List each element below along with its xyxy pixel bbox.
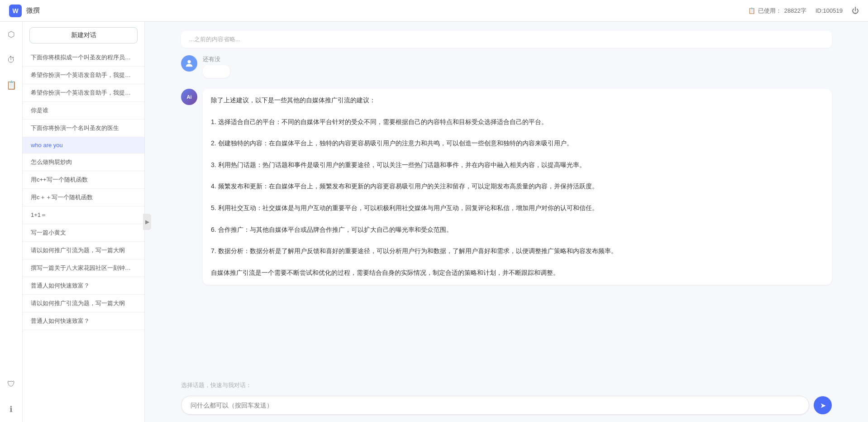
list-item[interactable]: 撰写一篇关于八大家花园社区一刻钟便民生... (23, 259, 144, 277)
user-id: ID:100519 (816, 7, 843, 14)
shield-icon[interactable]: 🛡 (3, 376, 19, 392)
new-conversation-button[interactable]: 新建对话 (29, 27, 138, 43)
clock-icon[interactable]: ⏱ (3, 52, 19, 68)
list-item[interactable]: 希望你扮演一个英语发音助手，我提供给你... (23, 84, 144, 102)
sidebar-toggle[interactable]: ▶ (143, 214, 151, 230)
usage-icon: 📋 (748, 7, 755, 14)
ai-message-bubble: 除了上述建议，以下是一些其他的自媒体推广引流的建议：1. 选择适合自己的平台：不… (203, 89, 832, 285)
user-message-label: 还有没 (203, 55, 832, 63)
home-icon[interactable]: ⬡ (3, 26, 19, 43)
app-title: 微撰 (26, 6, 40, 15)
list-item[interactable]: 下面你将扮演一个名叫圣友的医生 (23, 120, 144, 137)
chat-area: ...之前的内容省略... 还有没 Ai 除了上述建议，以下是一些其他的自媒体推… (145, 22, 868, 422)
app-logo: W (9, 5, 22, 17)
send-button[interactable]: ➤ (814, 396, 832, 414)
list-item[interactable]: 怎么做狗屁炒肉 (23, 153, 144, 171)
info-icon[interactable]: ℹ (3, 401, 19, 417)
list-item[interactable]: 请以如何推广引流为题，写一篇大纲 (23, 295, 144, 312)
user-message-bubble (203, 65, 230, 78)
quick-select-area: 选择话题，快速与我对话： (145, 377, 868, 392)
document-icon[interactable]: 📋 (3, 77, 19, 93)
prev-message-truncated: ...之前的内容省略... (189, 36, 240, 43)
list-item[interactable]: 用c＋＋写一个随机函数 (23, 189, 144, 206)
conversation-list: 新建对话 下面你将模拟成一个叫圣友的程序员，我说... 希望你扮演一个英语发音助… (23, 22, 145, 422)
usage-label: 已使用： (758, 7, 782, 15)
chat-input[interactable] (181, 396, 809, 415)
chat-messages: ...之前的内容省略... 还有没 Ai 除了上述建议，以下是一些其他的自媒体推… (145, 22, 868, 377)
svg-point-0 (187, 60, 191, 63)
list-item[interactable]: 1+1＝ (23, 206, 144, 224)
list-item[interactable]: 写一篇小黄文 (23, 224, 144, 242)
list-item[interactable]: 用c++写一个随机函数 (23, 171, 144, 189)
topbar-left: W 微撰 (9, 5, 40, 17)
send-icon: ➤ (820, 401, 826, 410)
power-button[interactable]: ⏻ (852, 7, 859, 15)
list-item-active[interactable]: who are you (23, 137, 144, 153)
main-layout: ⬡ ⏱ 📋 🛡 ℹ 新建对话 下面你将模拟成一个叫圣友的程序员，我说... 希望… (0, 22, 868, 422)
list-item[interactable]: 下面你将模拟成一个叫圣友的程序员，我说... (23, 49, 144, 67)
list-item[interactable]: 你是谁 (23, 102, 144, 120)
topbar: W 微撰 📋 已使用： 28822字 ID:100519 ⏻ (0, 0, 868, 22)
quick-select-label: 选择话题，快速与我对话： (181, 382, 252, 388)
user-message-content: 还有没 (203, 55, 832, 80)
user-message-row: 还有没 (181, 55, 832, 80)
usage-counter: 📋 已使用： 28822字 (748, 7, 806, 15)
ai-message-row: Ai 除了上述建议，以下是一些其他的自媒体推广引流的建议：1. 选择适合自己的平… (181, 89, 832, 285)
user-avatar (181, 55, 197, 72)
sidebar-icons: ⬡ ⏱ 📋 🛡 ℹ (0, 22, 23, 422)
list-item[interactable]: 普通人如何快速致富？ (23, 277, 144, 295)
list-item[interactable]: 普通人如何快速致富？ (23, 312, 144, 330)
list-item[interactable]: 请以如何推广引流为题，写一篇大纲 (23, 242, 144, 259)
ai-avatar: Ai (181, 89, 197, 105)
topbar-right: 📋 已使用： 28822字 ID:100519 ⏻ (748, 7, 859, 15)
list-item[interactable]: 希望你扮演一个英语发音助手，我提供给你... (23, 67, 144, 84)
usage-value: 28822字 (784, 7, 806, 15)
input-area: ➤ (145, 392, 868, 422)
